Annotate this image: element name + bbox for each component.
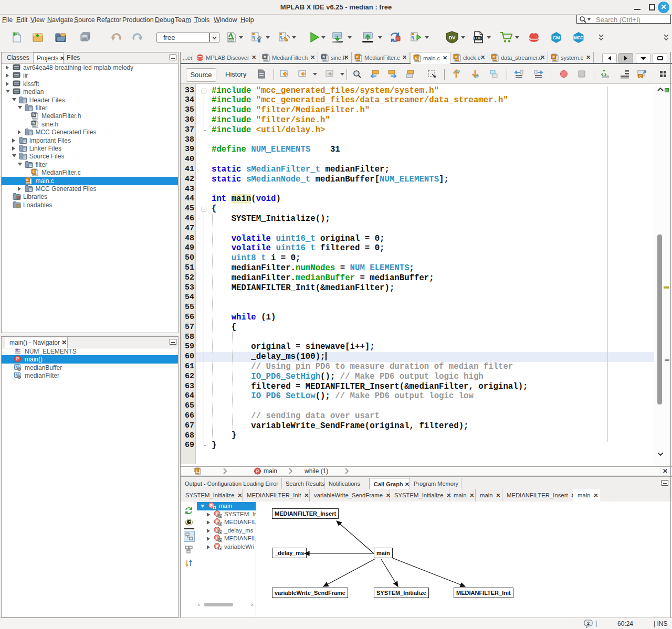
svg-text:DV: DV bbox=[449, 35, 456, 40]
svg-text:C: C bbox=[639, 75, 642, 78]
svg-text:SRC: SRC bbox=[228, 38, 234, 41]
svg-text:h: h bbox=[33, 121, 35, 125]
svg-text:c: c bbox=[196, 468, 198, 472]
svg-text:P: P bbox=[16, 356, 19, 361]
svg-text:F: F bbox=[216, 536, 218, 540]
svg-text:F: F bbox=[216, 519, 218, 524]
svg-text:F: F bbox=[216, 511, 218, 516]
svg-text:c: c bbox=[552, 55, 555, 59]
svg-text:c: c bbox=[33, 169, 35, 174]
svg-text:@: @ bbox=[18, 376, 21, 379]
svg-text:c: c bbox=[26, 177, 28, 182]
svg-text:c: c bbox=[415, 55, 417, 60]
svg-text:P: P bbox=[256, 468, 259, 474]
svg-text:h: h bbox=[264, 55, 266, 59]
svg-text:c: c bbox=[492, 55, 495, 59]
svg-text:c: c bbox=[356, 55, 359, 59]
svg-text:h: h bbox=[322, 55, 325, 59]
svg-text:F: F bbox=[216, 543, 218, 548]
svg-text:CM: CM bbox=[553, 35, 560, 40]
svg-text:F: F bbox=[210, 503, 213, 508]
svg-text:c: c bbox=[455, 55, 457, 59]
svg-text:h: h bbox=[33, 113, 35, 118]
svg-text:2: 2 bbox=[587, 621, 590, 626]
svg-text:MCC: MCC bbox=[574, 35, 583, 40]
svg-text:@: @ bbox=[18, 367, 21, 370]
svg-text:#: # bbox=[16, 348, 18, 353]
svg-text:F: F bbox=[216, 527, 218, 532]
svg-text:LOG: LOG bbox=[474, 36, 481, 40]
